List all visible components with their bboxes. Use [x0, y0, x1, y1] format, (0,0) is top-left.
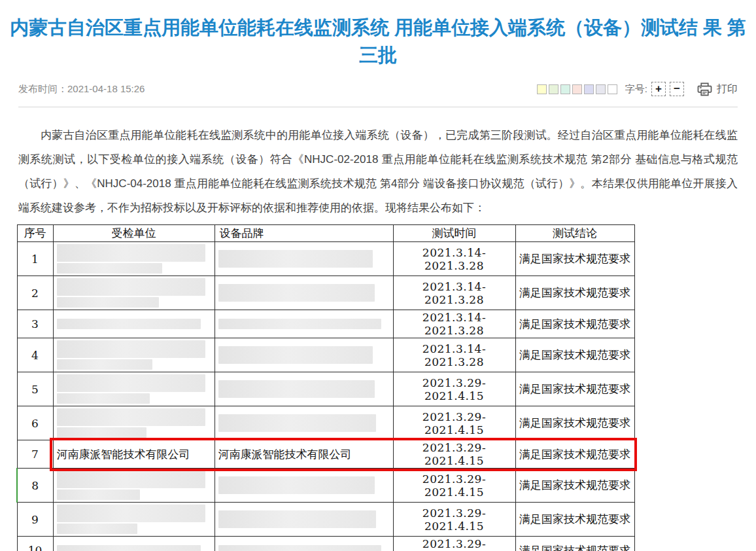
cell-unit — [53, 537, 215, 551]
cell-serial: 9 — [17, 503, 53, 537]
cell-result: 满足国家技术规范要求 — [515, 440, 634, 469]
bg-color-swatch[interactable] — [572, 84, 582, 94]
cell-brand — [215, 537, 393, 551]
redaction-block — [218, 476, 375, 494]
cell-result: 满足国家技术规范要求 — [515, 338, 634, 372]
cell-brand — [215, 406, 393, 440]
redaction-block — [218, 380, 375, 398]
cell-brand — [215, 310, 393, 338]
redaction-block — [218, 545, 382, 551]
page-title: 内蒙古自治区重点用能单位能耗在线监测系统 用能单位接入端系统（设备）测试结 果 … — [0, 0, 756, 73]
cell-brand — [215, 338, 393, 372]
print-label: 打印 — [717, 82, 738, 96]
font-increase-button[interactable]: + — [651, 82, 666, 96]
cell-serial: 8 — [17, 469, 53, 503]
cell-unit — [53, 242, 215, 276]
redaction-block — [57, 278, 206, 296]
cell-result: 满足国家技术规范要求 — [515, 310, 634, 338]
table-row: 92021.3.29-2021.4.15满足国家技术规范要求 — [17, 503, 634, 537]
redaction-block — [218, 414, 377, 432]
cell-time: 2021.3.14-2021.3.28 — [393, 276, 515, 310]
bg-color-swatch[interactable] — [549, 84, 558, 94]
table-row: 12021.3.14-2021.3.28满足国家技术规范要求 — [17, 242, 634, 276]
cell-time: 2021.3.14-2021.3.28 — [393, 310, 515, 338]
cell-time: 2021.3.14-2021.3.28 — [393, 242, 515, 276]
redaction-block — [57, 471, 206, 488]
cell-result: 满足国家技术规范要求 — [515, 537, 634, 551]
column-header-unit: 受检单位 — [53, 225, 215, 242]
cell-result: 满足国家技术规范要求 — [515, 469, 634, 503]
article-body: 内蒙古自治区重点用能单位能耗在线监测系统中的用能单位接入端系统（设备），已完成第… — [18, 123, 738, 220]
meta-row: 发布时间：2021-04-18 15:26 字号: + − 打印 — [18, 73, 738, 107]
redaction-block — [57, 263, 162, 274]
publish-time: 发布时间：2021-04-18 15:26 — [18, 83, 145, 96]
redaction-block — [57, 374, 206, 392]
redaction-block — [57, 340, 206, 358]
redaction-block — [57, 393, 150, 404]
article-paragraph: 内蒙古自治区重点用能单位能耗在线监测系统中的用能单位接入端系统（设备），已完成第… — [18, 123, 738, 220]
cell-brand — [215, 276, 393, 310]
redaction-block — [57, 297, 159, 308]
cell-result: 满足国家技术规范要求 — [515, 406, 634, 440]
font-size-label: 字号: — [625, 83, 647, 96]
table-row: 42021.3.14-2021.3.28满足国家技术规范要求 — [17, 338, 634, 372]
bg-color-swatch[interactable] — [537, 84, 547, 94]
cell-time: 2021.3.29-2021.4.15 — [393, 372, 515, 406]
table-row: 7河南康派智能技术有限公司河南康派智能技术有限公司2021.3.29-2021.… — [17, 440, 634, 469]
table-row: 102021.3.29-2021.4.15满足国家技术规范要求 — [17, 537, 634, 551]
publish-time-label: 发布时间： — [18, 83, 67, 94]
bg-color-swatch[interactable] — [608, 84, 617, 94]
cell-result: 满足国家技术规范要求 — [515, 503, 634, 537]
cell-serial: 1 — [17, 242, 53, 276]
cell-unit — [53, 503, 215, 537]
results-table: 序号 受检单位 设备品牌 测试时间 测试结论 12021.3.14-2021.3… — [16, 224, 635, 551]
redaction-block — [57, 359, 153, 370]
cell-time: 2021.3.14-2021.3.28 — [393, 338, 515, 372]
redaction-block — [218, 319, 382, 329]
cell-serial: 3 — [17, 310, 53, 338]
cell-result: 满足国家技术规范要求 — [515, 276, 634, 310]
bg-color-swatch[interactable] — [560, 84, 570, 94]
column-header-brand: 设备品牌 — [215, 225, 393, 242]
publish-time-value: 2021-04-18 15:26 — [67, 83, 145, 94]
results-table-wrap: 序号 受检单位 设备品牌 测试时间 测试结论 12021.3.14-2021.3… — [16, 224, 634, 551]
bg-color-swatch[interactable] — [584, 84, 594, 94]
redaction-block — [57, 489, 141, 500]
bg-color-swatch[interactable] — [596, 84, 606, 94]
column-header-time: 测试时间 — [393, 225, 515, 242]
table-row: 82021.3.29-2021.4.15满足国家技术规范要求 — [17, 469, 634, 503]
redaction-block — [57, 408, 206, 426]
cell-time: 2021.3.29-2021.4.15 — [393, 406, 515, 440]
cell-result: 满足国家技术规范要求 — [515, 242, 634, 276]
cell-unit — [53, 310, 215, 338]
cell-unit: 河南康派智能技术有限公司 — [53, 440, 215, 469]
table-row: 52021.3.29-2021.4.15满足国家技术规范要求 — [17, 372, 634, 406]
cell-serial: 2 — [17, 276, 53, 310]
cell-brand — [215, 372, 393, 406]
cell-brand — [215, 242, 393, 276]
cell-time: 2021.3.29-2021.4.15 — [393, 440, 515, 469]
table-row: 62021.3.29-2021.4.15满足国家技术规范要求 — [17, 406, 634, 440]
cell-brand — [215, 469, 393, 503]
redaction-block — [57, 319, 201, 329]
cell-unit — [53, 338, 215, 372]
cell-result: 满足国家技术规范要求 — [515, 372, 634, 406]
cell-brand — [215, 503, 393, 537]
redaction-block — [57, 545, 201, 551]
cell-brand: 河南康派智能技术有限公司 — [215, 440, 393, 469]
redaction-block — [57, 524, 137, 534]
cell-unit — [53, 276, 215, 310]
cell-time: 2021.3.29-2021.4.15 — [393, 537, 515, 551]
cell-time: 2021.3.29-2021.4.15 — [393, 469, 515, 503]
redaction-block — [218, 250, 373, 268]
cell-serial: 5 — [17, 372, 53, 406]
font-decrease-button[interactable]: − — [670, 82, 684, 96]
bg-swatches — [537, 84, 617, 94]
column-header-serial: 序号 — [17, 225, 53, 242]
redaction-block — [218, 346, 373, 364]
cell-serial: 4 — [17, 338, 53, 372]
redaction-block — [57, 505, 206, 522]
print-button[interactable]: 打印 — [697, 82, 738, 96]
table-body: 12021.3.14-2021.3.28满足国家技术规范要求22021.3.14… — [17, 242, 634, 551]
redaction-block — [218, 284, 375, 302]
